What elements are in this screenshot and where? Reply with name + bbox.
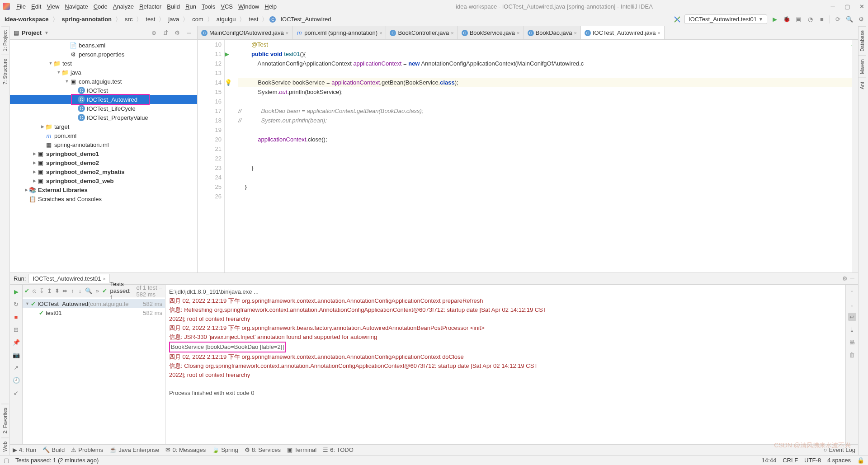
- breadcrumb-seg[interactable]: src: [123, 15, 134, 23]
- window-buttons: ─ ▢ ✕: [829, 3, 865, 10]
- menu-run[interactable]: Run: [183, 2, 199, 11]
- run-config-dropdown[interactable]: IOCTest_Autowired.test01 ▼: [684, 14, 767, 24]
- run-config-label: IOCTest_Autowired.test01: [689, 16, 757, 23]
- menu-build[interactable]: Build: [164, 2, 183, 11]
- menu-bar: FileEditViewNavigateCodeAnalyzeRefactorB…: [0, 0, 868, 13]
- breadcrumb-seg[interactable]: test: [247, 15, 260, 23]
- settings-button[interactable]: ⚙: [857, 15, 865, 23]
- menu-refactor[interactable]: Refactor: [137, 2, 164, 11]
- build-diag-icon[interactable]: [674, 16, 681, 23]
- profile-button[interactable]: ◔: [806, 15, 814, 23]
- chevron-down-icon: ▼: [759, 17, 763, 22]
- menu-code[interactable]: Code: [91, 2, 110, 11]
- window-title: idea-workspace - IOCTest_Autowired.java …: [281, 3, 827, 10]
- breadcrumb-seg[interactable]: test: [144, 15, 157, 23]
- menu-navigate[interactable]: Navigate: [62, 2, 90, 11]
- menu-view[interactable]: View: [44, 2, 62, 11]
- search-everywhere-button[interactable]: 🔍: [845, 15, 854, 23]
- breadcrumb-seg[interactable]: IOCTest_Autowired: [278, 15, 333, 23]
- app-logo-icon: [3, 3, 10, 10]
- update-button[interactable]: ⟳: [834, 15, 842, 23]
- minimize-button[interactable]: ─: [829, 3, 836, 10]
- toolbar-row: idea-workspace〉spring-annotation〉src〉tes…: [0, 13, 868, 26]
- breadcrumb-seg[interactable]: spring-annotation: [60, 15, 114, 23]
- breadcrumb-seg[interactable]: java: [166, 15, 181, 23]
- close-button[interactable]: ✕: [858, 3, 865, 10]
- menu-file[interactable]: File: [14, 2, 28, 11]
- breadcrumb-seg[interactable]: idea-workspace: [3, 15, 51, 23]
- maximize-button[interactable]: ▢: [844, 3, 851, 10]
- coverage-button[interactable]: ▣: [794, 15, 802, 23]
- menu-analyze[interactable]: Analyze: [110, 2, 137, 11]
- breadcrumb[interactable]: idea-workspace〉spring-annotation〉src〉tes…: [3, 15, 333, 23]
- menu-help[interactable]: Help: [262, 2, 279, 11]
- run-button[interactable]: ▶: [771, 15, 779, 23]
- stop-button[interactable]: ■: [818, 15, 826, 23]
- menu-window[interactable]: Window: [236, 2, 262, 11]
- breadcrumb-seg[interactable]: atguigu: [215, 15, 238, 23]
- breadcrumb-seg[interactable]: com: [190, 15, 205, 23]
- debug-button[interactable]: 🐞: [783, 15, 791, 23]
- menu-tools[interactable]: Tools: [199, 2, 218, 11]
- menu-edit[interactable]: Edit: [28, 2, 44, 11]
- class-icon: C: [269, 16, 276, 23]
- menu-vcs[interactable]: VCS: [218, 2, 236, 11]
